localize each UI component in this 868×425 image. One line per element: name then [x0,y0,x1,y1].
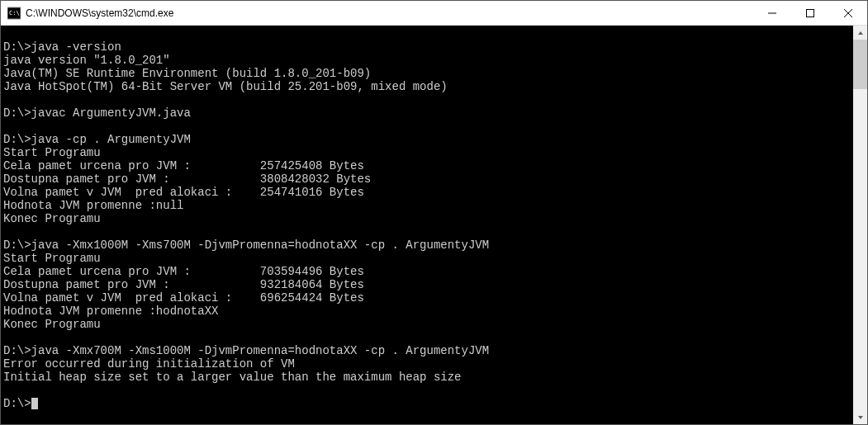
scrollbar-up-button[interactable] [853,26,867,40]
minimize-button[interactable] [753,1,791,25]
window-title: C:\WINDOWS\system32\cmd.exe [26,7,753,19]
vertical-scrollbar[interactable] [853,26,867,424]
window-controls [753,1,867,25]
terminal-output[interactable]: D:\>java -version java version "1.8.0_20… [1,26,853,424]
scrollbar-down-button[interactable] [853,410,867,424]
maximize-button[interactable] [791,1,829,25]
cursor [31,398,38,409]
cmd-window: C:\ C:\WINDOWS\system32\cmd.exe D:\>java… [0,0,868,425]
scrollbar-thumb[interactable] [853,40,867,89]
svg-rect-3 [807,9,814,17]
close-button[interactable] [829,1,867,25]
cmd-icon: C:\ [7,7,21,20]
scrollbar-track[interactable] [853,40,867,410]
titlebar[interactable]: C:\ C:\WINDOWS\system32\cmd.exe [1,1,867,26]
content-area: D:\>java -version java version "1.8.0_20… [1,26,867,424]
svg-text:C:\: C:\ [9,10,20,17]
